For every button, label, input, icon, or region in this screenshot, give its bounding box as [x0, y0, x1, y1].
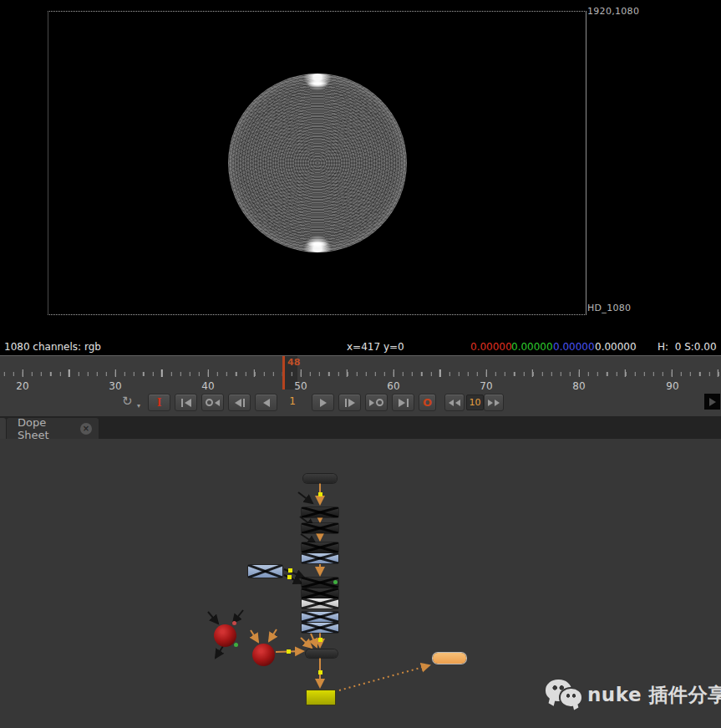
close-icon[interactable]: × — [80, 423, 92, 435]
in-marker-icon: I — [157, 397, 162, 409]
tick-60: 60 — [383, 380, 404, 392]
status-dot-red — [232, 621, 236, 625]
double-right-icon — [488, 400, 493, 406]
rendered-sphere-image — [228, 74, 407, 252]
node-disabled-3[interactable] — [302, 542, 338, 552]
pixel-coords-label: x=417 y=0 — [347, 341, 404, 353]
wire-dot — [287, 575, 292, 579]
node-graph[interactable]: nuke 插件分享 — [0, 439, 721, 728]
tab-bar: Dope Sheet × — [0, 416, 721, 439]
step-back-button[interactable] — [228, 394, 251, 411]
tick-70: 70 — [476, 380, 496, 392]
wechat-icon — [561, 689, 581, 706]
corner-play-button[interactable] — [704, 394, 720, 410]
out-marker-button[interactable]: O — [419, 394, 436, 411]
tab-label: Dope Sheet — [7, 416, 80, 441]
loop-icon: ↻ — [122, 394, 133, 409]
wire-dot — [318, 670, 322, 675]
wire-dot — [287, 649, 291, 654]
step-forward-button[interactable] — [338, 394, 361, 411]
alpha-value: 0.00000 — [595, 341, 637, 353]
play-icon — [320, 399, 327, 407]
tick-90: 90 — [663, 380, 683, 392]
node-disabled-1[interactable] — [302, 507, 338, 517]
loop-mode-button[interactable]: ↻ ▾ — [122, 393, 147, 413]
prev-keyframe-button[interactable] — [201, 394, 224, 411]
channels-label: 1080 channels: rgb — [4, 341, 101, 353]
red-value: 0.00000 — [470, 341, 512, 353]
watermark: nuke 插件分享 — [543, 678, 718, 713]
blue-value: 0.00000 — [553, 341, 595, 353]
wire-dot — [318, 492, 322, 496]
in-marker-button[interactable]: I — [148, 394, 170, 411]
status-dot-green — [234, 643, 238, 647]
node-red-sphere-1[interactable] — [214, 624, 236, 647]
play-backward-button[interactable] — [255, 394, 277, 411]
resolution-label: 1920,1080 — [587, 6, 639, 17]
tick-50: 50 — [291, 380, 311, 392]
viewer-status-bar: 1080 channels: rgb x=417 y=0 0.00000 0.0… — [0, 339, 721, 356]
goto-start-button[interactable] — [175, 394, 197, 411]
decrement-button[interactable] — [444, 394, 465, 411]
chevron-down-icon: ▾ — [137, 402, 140, 410]
nuke-window: 1920,1080 HD_1080 1080 channels: rgb x=4… — [0, 0, 721, 728]
tab-dope-sheet[interactable]: Dope Sheet × — [7, 418, 99, 439]
frame-increment-field[interactable]: 10 — [466, 395, 484, 410]
status-dot-green — [333, 580, 338, 584]
node-disabled-blue-3[interactable] — [302, 623, 338, 633]
watermark-text: nuke 插件分享 — [587, 682, 721, 708]
viewer-panel[interactable]: 1920,1080 HD_1080 — [0, 0, 721, 339]
play-icon — [709, 398, 716, 406]
goto-start-icon — [181, 399, 183, 407]
node-disabled-blue-side[interactable] — [248, 565, 282, 578]
goto-end-button[interactable] — [392, 394, 414, 411]
play-backward-icon — [263, 399, 270, 407]
node-red-sphere-2[interactable] — [252, 644, 275, 666]
green-value: 0.00000 — [511, 341, 553, 353]
current-frame-field[interactable]: 1 — [282, 395, 302, 407]
tick-40: 40 — [198, 380, 218, 392]
node-viewer-pill[interactable] — [303, 474, 337, 483]
playhead-frame-label: 48 — [287, 357, 300, 368]
timeline-panel: 20 30 40 50 60 70 80 90 48 ↻ ▾ I 1 — [0, 356, 721, 416]
wire-dot — [318, 638, 322, 642]
sphere-top-glint — [307, 80, 328, 87]
node-disabled-white[interactable] — [302, 598, 338, 608]
goto-end-icon — [407, 399, 409, 407]
play-forward-button[interactable] — [312, 394, 334, 411]
step-back-icon — [235, 399, 241, 407]
sphere-bottom-glint — [307, 241, 328, 247]
node-orange[interactable] — [433, 653, 466, 664]
node-disabled-2[interactable] — [302, 523, 338, 533]
key-icon — [376, 399, 383, 406]
ruler-minor-ticks — [0, 372, 721, 376]
tick-20: 20 — [13, 380, 33, 392]
playhead[interactable] — [282, 356, 285, 389]
adjacent-tab-edge[interactable] — [0, 418, 6, 439]
double-left-icon — [449, 400, 454, 406]
node-disabled-blue-2[interactable] — [302, 612, 338, 622]
node-merge-pill[interactable] — [306, 649, 338, 658]
next-keyframe-button[interactable] — [365, 394, 388, 411]
node-yellow[interactable] — [307, 690, 335, 705]
node-disabled-blue-1[interactable] — [302, 553, 338, 563]
tick-30: 30 — [105, 380, 125, 392]
hsv-label: H: 0 S:0.00 — [658, 341, 717, 353]
step-forward-icon — [348, 399, 355, 407]
wire-dot — [288, 568, 292, 573]
tick-80: 80 — [569, 380, 589, 392]
out-marker-icon: O — [423, 396, 432, 409]
increment-button[interactable] — [484, 394, 504, 411]
format-label: HD_1080 — [587, 303, 631, 313]
key-icon — [206, 399, 213, 406]
node-disabled-5[interactable] — [302, 588, 338, 598]
